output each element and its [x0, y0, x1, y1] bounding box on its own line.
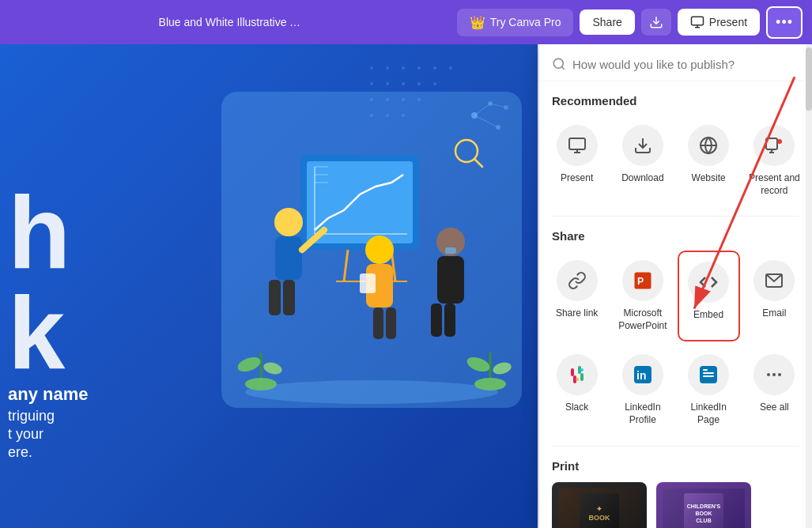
- svg-rect-44: [437, 256, 464, 304]
- embed-icon: [688, 262, 729, 303]
- canvas-area: h k any name triguing t your ere.: [0, 44, 812, 528]
- present-item-label: Present: [561, 172, 593, 185]
- svg-point-5: [386, 66, 389, 70]
- svg-point-8: [433, 66, 436, 70]
- svg-point-52: [474, 378, 506, 390]
- email-item[interactable]: Email: [743, 251, 806, 341]
- svg-point-94: [778, 373, 781, 376]
- scrollbar-track[interactable]: [806, 44, 812, 528]
- svg-line-61: [474, 115, 498, 127]
- linkedin-profile-icon: in: [622, 354, 663, 395]
- svg-line-60: [474, 104, 490, 115]
- svg-point-4: [370, 66, 373, 70]
- email-label: Email: [762, 307, 786, 320]
- print-thumbnails: ✦BOOK CHILDREN'SBOOKCLUB: [552, 482, 799, 528]
- recommended-grid: Present Download Website: [539, 115, 812, 216]
- powerpoint-item[interactable]: P Microsoft PowerPoint: [611, 251, 674, 341]
- svg-point-14: [433, 82, 436, 85]
- publish-panel: Recommended Present Download: [539, 44, 812, 528]
- svg-rect-41: [373, 307, 383, 339]
- more-options-button[interactable]: •••: [766, 6, 803, 39]
- linkedin-profile-item[interactable]: in LinkedIn Profile: [611, 345, 674, 436]
- svg-rect-37: [283, 280, 295, 315]
- svg-point-33: [274, 208, 303, 236]
- monitor-icon: [690, 15, 704, 29]
- print-thumb-1[interactable]: ✦BOOK: [552, 482, 647, 528]
- download-item[interactable]: Download: [611, 115, 674, 206]
- website-item-icon: [688, 125, 729, 166]
- svg-rect-36: [269, 280, 281, 315]
- present-record-item-label: Present and record: [748, 172, 801, 197]
- share-link-label: Share link: [556, 307, 598, 320]
- embed-label: Embed: [693, 309, 723, 322]
- svg-point-51: [262, 360, 284, 376]
- share-button[interactable]: Share: [580, 9, 634, 35]
- svg-point-93: [772, 373, 776, 376]
- people-illustration: [221, 92, 522, 408]
- slack-icon: [557, 354, 598, 395]
- svg-point-13: [417, 82, 421, 85]
- present-record-item[interactable]: Present and record: [743, 115, 806, 206]
- svg-line-30: [344, 250, 348, 281]
- svg-text:in: in: [636, 369, 646, 382]
- app-header: Blue and White Illustrative Technology S…: [0, 0, 812, 44]
- svg-rect-47: [445, 247, 456, 254]
- download-item-icon: [622, 125, 663, 166]
- svg-point-65: [553, 58, 563, 68]
- svg-rect-90: [703, 375, 714, 377]
- svg-text:P: P: [637, 276, 644, 287]
- svg-point-10: [370, 82, 373, 85]
- canva-pro-button[interactable]: 👑 Try Canva Pro: [457, 9, 574, 36]
- svg-rect-67: [569, 138, 585, 149]
- see-all-icon: [753, 354, 795, 395]
- panel-scroll-area[interactable]: Recommended Present Download: [539, 81, 812, 528]
- slide-hero-text: h k: [8, 187, 70, 379]
- svg-rect-40: [360, 273, 376, 293]
- panel-search-area: [539, 44, 812, 81]
- svg-point-12: [402, 82, 405, 85]
- slide-sub-text: any name triguing t your ere.: [8, 384, 89, 461]
- document-title: Blue and White Illustrative Technology S…: [159, 16, 302, 28]
- share-link-icon: [557, 260, 598, 301]
- embed-item[interactable]: Embed: [678, 251, 740, 341]
- svg-point-55: [492, 360, 513, 376]
- linkedin-page-label: LinkedIn Page: [682, 402, 735, 426]
- svg-rect-80: [571, 368, 574, 376]
- download-button[interactable]: [641, 9, 671, 36]
- scrollbar-thumb[interactable]: [806, 47, 812, 111]
- svg-point-74: [777, 139, 782, 144]
- svg-rect-46: [444, 304, 455, 337]
- share-link-item[interactable]: Share link: [546, 251, 608, 341]
- svg-point-7: [417, 66, 421, 70]
- svg-point-22: [245, 380, 498, 404]
- present-item[interactable]: Present: [546, 115, 608, 206]
- slack-item[interactable]: Slack: [546, 345, 608, 436]
- see-all-label: See all: [760, 402, 789, 414]
- present-item-icon: [557, 125, 598, 166]
- svg-point-48: [245, 378, 277, 390]
- linkedin-page-item[interactable]: LinkedIn Page: [678, 345, 740, 436]
- svg-rect-89: [703, 372, 714, 374]
- svg-point-9: [449, 66, 452, 70]
- search-input[interactable]: [572, 58, 799, 71]
- svg-point-11: [386, 82, 389, 85]
- svg-rect-88: [700, 366, 717, 383]
- svg-point-6: [402, 66, 405, 70]
- svg-rect-91: [703, 369, 708, 371]
- crown-icon: 👑: [470, 15, 485, 30]
- present-button[interactable]: Present: [678, 9, 760, 36]
- svg-rect-42: [386, 307, 396, 339]
- svg-rect-85: [580, 368, 584, 371]
- website-item[interactable]: Website: [678, 115, 740, 206]
- powerpoint-icon: P: [622, 260, 663, 301]
- print-thumb-2[interactable]: CHILDREN'SBOOKCLUB: [656, 482, 751, 528]
- svg-rect-73: [766, 138, 777, 149]
- slack-label: Slack: [565, 402, 588, 414]
- email-icon: [753, 260, 795, 301]
- three-dots-icon: •••: [776, 14, 793, 31]
- svg-rect-34: [275, 236, 302, 280]
- svg-rect-45: [431, 304, 442, 337]
- see-all-item[interactable]: See all: [743, 345, 806, 436]
- svg-point-50: [236, 354, 262, 374]
- search-icon: [552, 57, 566, 71]
